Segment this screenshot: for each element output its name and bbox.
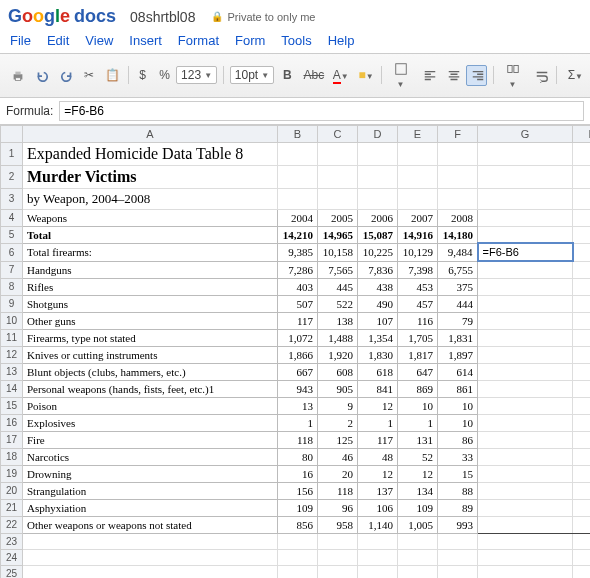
cell-E10[interactable]: 116 bbox=[398, 312, 438, 329]
cell-F15[interactable]: 10 bbox=[438, 397, 478, 414]
align-center-icon[interactable] bbox=[442, 65, 462, 86]
row-header[interactable]: 11 bbox=[1, 329, 23, 346]
row-header[interactable]: 1 bbox=[1, 142, 23, 165]
cell-G5[interactable] bbox=[478, 226, 573, 243]
cell-G6[interactable]: =F6-B6 bbox=[478, 243, 573, 261]
cell-E5[interactable]: 14,916 bbox=[398, 226, 438, 243]
cell-D22[interactable]: 1,140 bbox=[358, 516, 398, 533]
cell-E8[interactable]: 453 bbox=[398, 278, 438, 295]
cell-B6[interactable]: 9,385 bbox=[278, 243, 318, 261]
menu-format[interactable]: Format bbox=[178, 33, 219, 48]
cell-G9[interactable] bbox=[478, 295, 573, 312]
cell-F10[interactable]: 79 bbox=[438, 312, 478, 329]
cell-D19[interactable]: 12 bbox=[358, 465, 398, 482]
cell-F11[interactable]: 1,831 bbox=[438, 329, 478, 346]
cell-A22[interactable]: Other weapons or weapons not stated bbox=[23, 516, 278, 533]
cell-G15[interactable] bbox=[478, 397, 573, 414]
cell-G16[interactable] bbox=[478, 414, 573, 431]
cell-A12[interactable]: Knives or cutting instruments bbox=[23, 346, 278, 363]
cell-A23[interactable] bbox=[23, 533, 278, 549]
cell-H18[interactable] bbox=[573, 448, 591, 465]
cell-C21[interactable]: 96 bbox=[318, 499, 358, 516]
cell-A6[interactable]: Total firearms: bbox=[23, 243, 278, 261]
cell-E23[interactable] bbox=[398, 533, 438, 549]
cell-C18[interactable]: 46 bbox=[318, 448, 358, 465]
cell-B20[interactable]: 156 bbox=[278, 482, 318, 499]
cell-H17[interactable] bbox=[573, 431, 591, 448]
cell-E12[interactable]: 1,817 bbox=[398, 346, 438, 363]
corner-cell[interactable] bbox=[1, 125, 23, 142]
cell-F5[interactable]: 14,180 bbox=[438, 226, 478, 243]
cell-H4[interactable] bbox=[573, 209, 591, 226]
cell-B13[interactable]: 667 bbox=[278, 363, 318, 380]
cell-A10[interactable]: Other guns bbox=[23, 312, 278, 329]
cell-C17[interactable]: 125 bbox=[318, 431, 358, 448]
cell-E18[interactable]: 52 bbox=[398, 448, 438, 465]
cell-B4[interactable]: 2004 bbox=[278, 209, 318, 226]
cell-H15[interactable] bbox=[573, 397, 591, 414]
cell-G1[interactable] bbox=[478, 142, 573, 165]
cell-F1[interactable] bbox=[438, 142, 478, 165]
cell-B22[interactable]: 856 bbox=[278, 516, 318, 533]
cell-E22[interactable]: 1,005 bbox=[398, 516, 438, 533]
cell-B3[interactable] bbox=[278, 188, 318, 209]
cell-D10[interactable]: 107 bbox=[358, 312, 398, 329]
cell-A3[interactable]: by Weapon, 2004–2008 bbox=[23, 188, 278, 209]
cell-G11[interactable] bbox=[478, 329, 573, 346]
cell-F12[interactable]: 1,897 bbox=[438, 346, 478, 363]
cell-E24[interactable] bbox=[398, 549, 438, 565]
cell-C14[interactable]: 905 bbox=[318, 380, 358, 397]
row-header[interactable]: 12 bbox=[1, 346, 23, 363]
menu-edit[interactable]: Edit bbox=[47, 33, 69, 48]
cell-C3[interactable] bbox=[318, 188, 358, 209]
cell-H12[interactable] bbox=[573, 346, 591, 363]
bold-button[interactable]: B bbox=[278, 65, 294, 85]
cell-B11[interactable]: 1,072 bbox=[278, 329, 318, 346]
cell-D25[interactable] bbox=[358, 565, 398, 578]
row-header[interactable]: 25 bbox=[1, 565, 23, 578]
cell-B18[interactable]: 80 bbox=[278, 448, 318, 465]
cell-D13[interactable]: 618 bbox=[358, 363, 398, 380]
cell-A9[interactable]: Shotguns bbox=[23, 295, 278, 312]
cell-B10[interactable]: 117 bbox=[278, 312, 318, 329]
cell-B5[interactable]: 14,210 bbox=[278, 226, 318, 243]
cell-F4[interactable]: 2008 bbox=[438, 209, 478, 226]
cell-A4[interactable]: Weapons bbox=[23, 209, 278, 226]
align-left-icon[interactable] bbox=[418, 65, 438, 86]
undo-icon[interactable] bbox=[30, 65, 50, 86]
cell-B9[interactable]: 507 bbox=[278, 295, 318, 312]
cell-B21[interactable]: 109 bbox=[278, 499, 318, 516]
cell-A18[interactable]: Narcotics bbox=[23, 448, 278, 465]
cell-D9[interactable]: 490 bbox=[358, 295, 398, 312]
cell-B1[interactable] bbox=[278, 142, 318, 165]
cell-B12[interactable]: 1,866 bbox=[278, 346, 318, 363]
cell-E21[interactable]: 109 bbox=[398, 499, 438, 516]
cell-B23[interactable] bbox=[278, 533, 318, 549]
cell-H23[interactable] bbox=[573, 533, 591, 549]
cell-H3[interactable] bbox=[573, 188, 591, 209]
cell-D7[interactable]: 7,836 bbox=[358, 261, 398, 278]
cell-D1[interactable] bbox=[358, 142, 398, 165]
cell-G25[interactable] bbox=[478, 565, 573, 578]
row-header[interactable]: 4 bbox=[1, 209, 23, 226]
cell-E17[interactable]: 131 bbox=[398, 431, 438, 448]
cell-E1[interactable] bbox=[398, 142, 438, 165]
cell-C8[interactable]: 445 bbox=[318, 278, 358, 295]
cell-A11[interactable]: Firearms, type not stated bbox=[23, 329, 278, 346]
cell-F6[interactable]: 9,484 bbox=[438, 243, 478, 261]
cell-H19[interactable] bbox=[573, 465, 591, 482]
redo-icon[interactable] bbox=[55, 65, 75, 86]
align-right-icon[interactable] bbox=[466, 65, 486, 86]
document-name[interactable]: 08shrtbl08 bbox=[130, 9, 195, 25]
cell-E11[interactable]: 1,705 bbox=[398, 329, 438, 346]
cell-C19[interactable]: 20 bbox=[318, 465, 358, 482]
cell-H10[interactable] bbox=[573, 312, 591, 329]
cell-E16[interactable]: 1 bbox=[398, 414, 438, 431]
cell-E3[interactable] bbox=[398, 188, 438, 209]
cell-D15[interactable]: 12 bbox=[358, 397, 398, 414]
cell-H8[interactable] bbox=[573, 278, 591, 295]
cell-B16[interactable]: 1 bbox=[278, 414, 318, 431]
cell-C4[interactable]: 2005 bbox=[318, 209, 358, 226]
cell-A19[interactable]: Drowning bbox=[23, 465, 278, 482]
cell-B14[interactable]: 943 bbox=[278, 380, 318, 397]
